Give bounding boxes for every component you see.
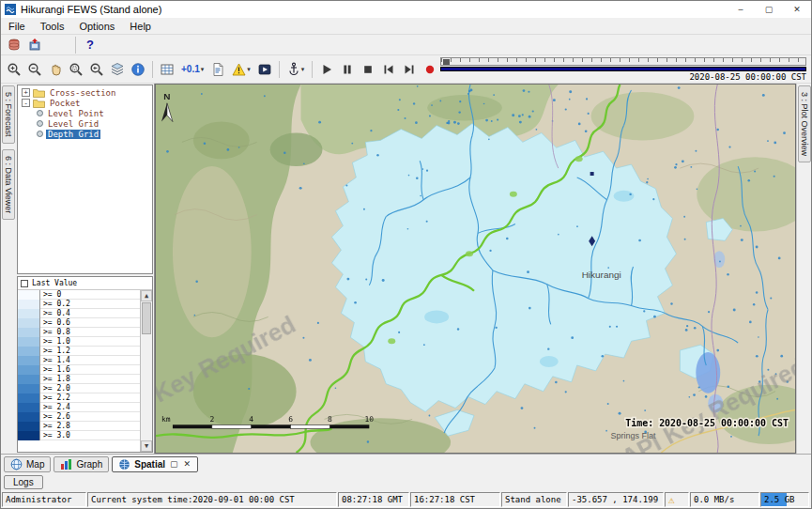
legend-label: >= 1.6 — [40, 365, 70, 374]
help-button[interactable]: ? — [80, 36, 100, 54]
toolbar-separator — [279, 61, 280, 78]
restore-view-icon[interactable]: ▢ — [169, 459, 179, 469]
legend-item[interactable]: >= 0.6 — [18, 318, 140, 328]
legend-item[interactable]: >= 1.2 — [18, 347, 140, 356]
legend-swatch — [18, 290, 40, 300]
scale-tick-label: 8 — [328, 415, 332, 424]
legend-item[interactable]: >= 0.2 — [18, 300, 140, 309]
last-value-checkbox[interactable] — [21, 280, 28, 287]
scrollbar-thumb[interactable] — [142, 302, 151, 334]
status-user: Administrator — [2, 492, 86, 507]
app-icon — [5, 4, 16, 15]
report-button[interactable] — [207, 60, 228, 79]
legend-list: >= 0>= 0.2>= 0.4>= 0.6>= 0.8>= 1.0>= 1.2… — [18, 290, 140, 452]
legend-swatch — [18, 309, 40, 318]
legend-label: >= 0 — [40, 290, 61, 299]
timeline-slider[interactable] — [440, 57, 806, 66]
stop-button[interactable] — [358, 60, 378, 79]
status-time-local: 16:27:18 CST — [410, 492, 500, 507]
layers-button[interactable] — [107, 60, 128, 79]
legend-item[interactable]: >= 2.0 — [18, 384, 140, 393]
legend-item[interactable]: >= 0.8 — [18, 328, 140, 337]
grid-icon — [160, 62, 175, 77]
tree-item-cross-section[interactable]: +Cross-section — [18, 87, 152, 98]
last-frame-button[interactable] — [399, 60, 420, 79]
legend-item[interactable]: >= 3.0 — [18, 431, 140, 440]
menu-tools[interactable]: Tools — [33, 19, 72, 34]
menu-help[interactable]: Help — [122, 19, 159, 34]
tree-expander-icon[interactable]: + — [22, 88, 30, 97]
legend-item[interactable]: >= 1.0 — [18, 337, 140, 347]
tree-expander-icon[interactable]: - — [22, 99, 30, 107]
logs-button[interactable]: Logs — [4, 475, 43, 489]
tree-item-level-point[interactable]: Level Point — [18, 108, 152, 118]
scroll-up-icon[interactable]: ▲ — [141, 290, 152, 301]
zoom-previous-button[interactable] — [86, 60, 107, 79]
pause-button[interactable] — [337, 60, 358, 79]
info-button[interactable] — [128, 60, 148, 79]
pan-button[interactable] — [45, 60, 66, 79]
play-button[interactable] — [316, 60, 337, 79]
warning-icon — [232, 63, 246, 76]
tree-item-pocket[interactable]: -Pocket — [18, 98, 152, 108]
close-icon[interactable]: ✕ — [783, 1, 811, 18]
legend-item[interactable]: >= 2.8 — [18, 422, 140, 431]
import-button[interactable] — [24, 36, 45, 54]
legend-swatch — [18, 375, 40, 384]
side-tab-3-plot-overview[interactable]: 3 : Plot Overview — [798, 85, 811, 162]
view-tab-graph[interactable]: Graph — [54, 456, 109, 472]
maximize-icon[interactable]: ▢ — [755, 1, 783, 18]
profile-tool-dropdown[interactable]: ▾ — [283, 60, 309, 79]
scroll-down-icon[interactable]: ▼ — [141, 440, 152, 452]
legend-item[interactable]: >= 1.8 — [18, 375, 140, 384]
minimize-icon[interactable]: – — [727, 1, 755, 18]
legend-header: Last Value — [18, 277, 152, 289]
legend-item[interactable]: >= 0.4 — [18, 309, 140, 318]
tree-item-depth-grid[interactable]: Depth Grid — [18, 129, 152, 139]
side-tab-5-forecast[interactable]: 5 : Forecast — [2, 85, 15, 144]
side-tab-6-data-viewer[interactable]: 6 : Data Viewer — [2, 149, 15, 220]
legend-item[interactable]: >= 2.2 — [18, 393, 140, 403]
warning-icon: ⚠ — [668, 495, 675, 505]
spatial-icon — [118, 458, 130, 470]
view-tab-spatial[interactable]: Spatial▢✕ — [112, 456, 198, 472]
title-bar[interactable]: Hikurangi FEWS (Stand alone) – ▢ ✕ — [1, 1, 811, 18]
legend-item[interactable]: >= 1.6 — [18, 365, 140, 375]
legend-scrollbar[interactable]: ▲ ▼ — [140, 290, 152, 452]
menu-options[interactable]: Options — [71, 19, 122, 34]
tree-item-label: Pocket — [48, 99, 83, 108]
zoom-box-button[interactable] — [66, 60, 86, 79]
status-alert[interactable]: ⚠ — [665, 492, 689, 507]
warning-dropdown[interactable]: ▾ — [228, 60, 254, 79]
legend-label: >= 3.0 — [40, 431, 70, 440]
timeline-range-bar[interactable] — [440, 67, 806, 71]
legend-item[interactable]: >= 1.4 — [18, 356, 140, 365]
legend-swatch — [18, 337, 40, 347]
tree-item-level-grid[interactable]: Level Grid — [18, 118, 152, 129]
view-tab-map[interactable]: Map — [4, 456, 51, 472]
map-viewport[interactable]: Hikurangi Springs Flat API Key Required … — [155, 84, 796, 454]
legend-swatch — [18, 365, 40, 375]
threshold-dropdown[interactable]: +0.1 ▾ — [177, 60, 207, 79]
legend-item[interactable]: >= 0 — [18, 290, 140, 300]
legend-item[interactable]: >= 2.6 — [18, 412, 140, 422]
window-controls: – ▢ ✕ — [727, 1, 811, 18]
record-button[interactable] — [420, 60, 440, 79]
animation-export-button[interactable] — [254, 60, 275, 79]
grid-node-icon — [37, 110, 43, 116]
legend-item[interactable]: >= 2.4 — [18, 403, 140, 412]
legend-label: >= 0.4 — [40, 309, 70, 317]
menu-file[interactable]: File — [1, 19, 33, 34]
zoom-out-button[interactable] — [24, 60, 45, 79]
legend-label: >= 2.8 — [40, 422, 70, 430]
first-frame-button[interactable] — [378, 60, 399, 79]
close-view-icon[interactable]: ✕ — [183, 459, 192, 469]
database-button[interactable] — [4, 36, 24, 54]
grid-display-button[interactable] — [157, 60, 177, 79]
chevron-down-icon: ▾ — [301, 66, 305, 73]
folder-icon — [33, 99, 45, 108]
movie-icon — [257, 62, 272, 77]
zoom-in-button[interactable] — [4, 60, 24, 79]
legend-label: >= 0.8 — [40, 328, 70, 336]
timeline-thumb[interactable] — [443, 59, 450, 65]
